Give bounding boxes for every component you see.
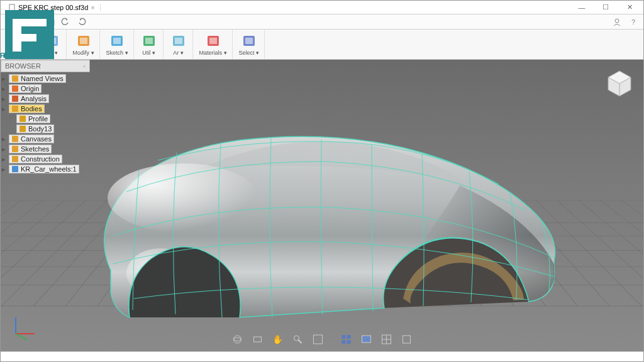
expand-icon[interactable]: ▸ xyxy=(2,95,7,103)
re-icon xyxy=(43,33,61,49)
folder-icon xyxy=(11,145,19,153)
look-button[interactable] xyxy=(250,332,264,346)
tree-label: Sketches xyxy=(21,145,49,153)
ribbon-select[interactable]: Select ▾ xyxy=(234,30,265,59)
svg-rect-10 xyxy=(17,38,25,44)
ribbon-sketch[interactable]: Sketch ▾ xyxy=(101,30,134,59)
tab-close-icon[interactable]: × xyxy=(91,4,94,11)
svg-rect-14 xyxy=(80,38,87,44)
svg-rect-53 xyxy=(19,126,26,132)
expand-icon[interactable]: ▸ xyxy=(2,155,7,163)
expand-icon[interactable]: ▸ xyxy=(2,135,7,143)
expand-icon[interactable]: ▸ xyxy=(2,75,7,83)
browser-header[interactable]: BROWSER ◦ xyxy=(1,60,90,72)
viewport-3d[interactable]: ✋ · xyxy=(1,60,643,351)
effects-button[interactable] xyxy=(400,332,414,346)
tree-label: Named Views xyxy=(21,75,64,82)
ribbon-label: Materials ▾ xyxy=(199,50,227,56)
zoom-icon xyxy=(292,334,303,345)
undo-button[interactable] xyxy=(59,16,72,28)
folder-icon xyxy=(11,75,19,82)
svg-rect-38 xyxy=(313,335,322,344)
util-icon xyxy=(140,33,158,49)
ribbon-ar[interactable]: Ar ▾ xyxy=(165,30,193,59)
browser-panel: BROWSER ◦ ▸ Named Views ▸ Origin ▸ Analy… xyxy=(1,60,90,175)
tree-item-origin[interactable]: ▸ Origin xyxy=(1,84,90,94)
svg-rect-0 xyxy=(9,4,14,11)
svg-rect-54 xyxy=(12,136,18,142)
svg-rect-5 xyxy=(24,18,30,26)
help-button[interactable]: ? xyxy=(627,16,640,28)
body-icon xyxy=(19,125,26,133)
user-button[interactable] xyxy=(611,16,623,28)
tree-label: Profile xyxy=(28,115,48,123)
minimize-icon: — xyxy=(579,4,586,11)
tree-item-profile[interactable]: Profile xyxy=(1,114,90,124)
expand-icon[interactable]: ▸ xyxy=(2,165,7,173)
ar-icon xyxy=(170,33,187,49)
expand-icon[interactable]: ▸ xyxy=(2,145,7,153)
orbit-icon xyxy=(231,334,243,345)
fit-button[interactable] xyxy=(311,332,325,346)
tree-item-kr-car-wheels-1[interactable]: ▸ KR_Car_wheels:1 xyxy=(1,164,90,174)
tree-item-canvases[interactable]: ▸ Canvases xyxy=(1,134,90,144)
ribbon-re[interactable]: Re ▾ xyxy=(38,30,67,59)
model-car-body[interactable] xyxy=(51,110,579,349)
tree-item-bodies[interactable]: ▸ Bodies xyxy=(1,104,90,114)
ribbon-materials[interactable]: Materials ▾ xyxy=(194,30,233,59)
viewcube[interactable] xyxy=(604,69,635,99)
tree-item-construction[interactable]: ▸ Construction xyxy=(1,154,90,164)
svg-point-36 xyxy=(294,336,299,341)
navigation-bar: ✋ · xyxy=(225,330,418,349)
svg-rect-24 xyxy=(245,38,253,44)
minimize-button[interactable]: — xyxy=(570,1,593,14)
ribbon-label: Ar ▾ xyxy=(173,50,184,56)
tab-title: SPE KRC step 00.sf3d xyxy=(18,4,88,11)
svg-rect-51 xyxy=(12,106,18,112)
tree-item-body13[interactable]: Body13 xyxy=(1,124,90,134)
redo-button[interactable] xyxy=(75,16,88,28)
ribbon-sculpt[interactable]: Sculpt ▾ xyxy=(6,30,37,59)
grid-button[interactable] xyxy=(360,332,374,346)
svg-rect-52 xyxy=(19,116,26,122)
undo-icon xyxy=(61,18,70,26)
close-button[interactable]: ✕ xyxy=(618,1,641,14)
document-icon xyxy=(8,4,16,11)
svg-rect-50 xyxy=(12,96,18,102)
expand-icon[interactable]: ▸ xyxy=(2,85,7,93)
tree-label: Origin xyxy=(21,85,39,92)
expand-icon[interactable]: ▸ xyxy=(2,105,7,113)
zoom-button[interactable] xyxy=(291,332,304,346)
svg-rect-20 xyxy=(175,38,182,44)
save-button[interactable] xyxy=(37,16,50,28)
tree-item-named-views[interactable]: ▸ Named Views xyxy=(1,74,90,84)
ribbon-label: Select ▾ xyxy=(239,50,260,56)
modify-icon xyxy=(75,33,92,49)
ribbon-util[interactable]: Util ▾ xyxy=(135,30,164,59)
display-button[interactable] xyxy=(340,332,353,346)
hand-icon: ✋ xyxy=(272,334,283,344)
tree-item-analysis[interactable]: ▸ Analysis xyxy=(1,94,90,104)
tree-item-sketches[interactable]: ▸ Sketches xyxy=(1,144,90,154)
app-menu-button[interactable] xyxy=(4,16,17,28)
viewports-button[interactable] xyxy=(380,332,394,346)
svg-rect-48 xyxy=(12,75,18,82)
save-icon xyxy=(39,18,48,26)
new-file-button[interactable] xyxy=(21,16,33,28)
folder-icon xyxy=(11,135,19,143)
svg-rect-16 xyxy=(113,38,121,44)
maximize-button[interactable]: ☐ xyxy=(594,1,617,14)
pan-button[interactable]: ✋ xyxy=(270,332,284,346)
svg-rect-56 xyxy=(12,156,18,162)
ribbon-toolbar: Sculpt ▾ Re ▾ Modify ▾ Sketch ▾ Util ▾ A… xyxy=(1,30,643,60)
svg-rect-42 xyxy=(347,340,351,344)
svg-rect-49 xyxy=(12,85,18,92)
ribbon-label: Sculpt ▾ xyxy=(11,50,31,56)
collapse-icon[interactable]: ◦ xyxy=(83,62,86,70)
document-tab[interactable]: SPE KRC step 00.sf3d × xyxy=(3,4,101,11)
ribbon-modify[interactable]: Modify ▾ xyxy=(68,30,100,59)
svg-rect-1 xyxy=(7,18,9,21)
quick-access-toolbar: | ? xyxy=(1,14,643,30)
orbit-button[interactable] xyxy=(230,332,244,346)
folder-icon xyxy=(11,105,19,112)
